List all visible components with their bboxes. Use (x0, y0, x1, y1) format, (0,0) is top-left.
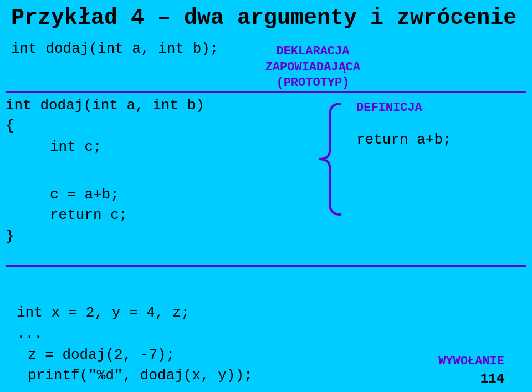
bottom-line1: int x = 2, y = 4, z; (17, 303, 515, 324)
def-line5: return c; (6, 205, 310, 226)
bottom-line4: printf("%d", dodaj(x, y)); (28, 365, 253, 386)
curly-brace-icon (316, 101, 346, 220)
label-definicja: DEFINICJA (356, 101, 452, 115)
def-line2: { (6, 116, 310, 137)
bottom-section: int x = 2, y = 4, z; ... z = dodaj(2, -7… (0, 298, 532, 392)
bottom-lines-left: z = dodaj(2, -7); printf("%d", dodaj(x, … (28, 345, 253, 386)
definicja-annotation: DEFINICJA return a+b; (356, 101, 452, 148)
page-number: 114 (480, 371, 504, 386)
def-line4-spacer (6, 164, 310, 185)
bottom-line3: z = dodaj(2, -7); (28, 345, 253, 366)
def-line3: int c; (6, 137, 310, 158)
annotation-deklaracja-line3: (PROTOTYP) (229, 75, 396, 91)
bottom-code-block: int x = 2, y = 4, z; ... z = dodaj(2, -7… (6, 298, 526, 392)
def-line1: int dodaj(int a, int b) (6, 95, 310, 116)
label-return: return a+b; (356, 131, 452, 148)
label-wywolanie: WYWOŁANIE (438, 354, 504, 368)
def-line6: } (6, 226, 310, 247)
prototype-code: int dodaj(int a, int b); (0, 35, 229, 59)
def-line4: c = a+b; (6, 185, 310, 206)
bottom-line2: ... (17, 324, 515, 345)
definition-annotation-block: DEFINICJA return a+b; (310, 95, 526, 265)
annotation-deklaracja-line1: DEKLARACJA (229, 44, 396, 60)
page-title: Przykład 4 – dwa argumenty i zwrócenie (0, 0, 532, 35)
divider-bottom (6, 265, 526, 267)
annotation-deklaracja-line2: ZAPOWIADAJĄCA (229, 60, 396, 76)
definition-code-block: int dodaj(int a, int b) { int c; c = a+b… (6, 95, 310, 265)
prototype-annotation: DEKLARACJA ZAPOWIADAJĄCA (PROTOTYP) (229, 35, 396, 91)
